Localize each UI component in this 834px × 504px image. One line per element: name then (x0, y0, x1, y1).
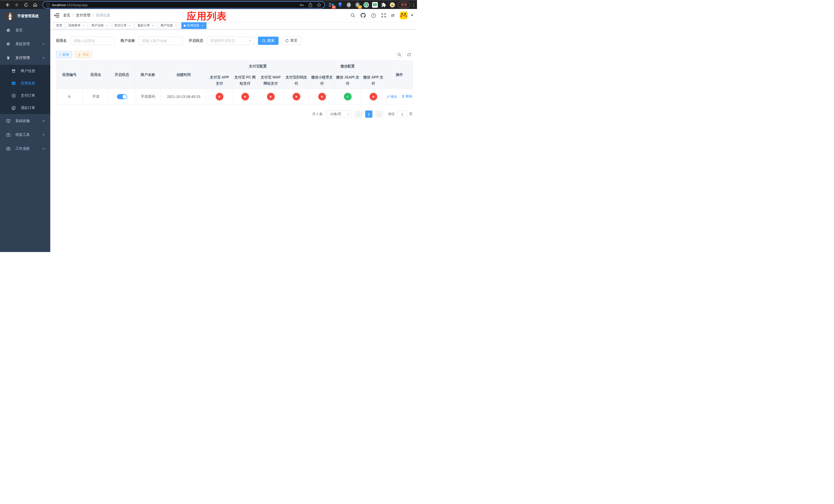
cell-status (109, 89, 135, 104)
tag-refund-orders[interactable]: 退款订单× (135, 22, 157, 29)
plus-icon: + (59, 53, 61, 56)
close-icon[interactable]: × (174, 24, 178, 27)
back-icon[interactable] (4, 1, 11, 8)
help-icon[interactable]: ? (371, 13, 376, 18)
sidebar-item-label: 退款订单 (21, 106, 35, 110)
merchant-name-input[interactable] (138, 37, 183, 45)
sidebar-collapse-icon[interactable] (54, 13, 59, 18)
breadcrumb: 首页 / 支付管理 / 应用信息 (63, 13, 110, 18)
prev-page-button[interactable]: ‹ (355, 111, 362, 118)
avatar-caret-icon[interactable] (411, 15, 413, 16)
site-info-icon[interactable]: i (46, 3, 50, 7)
tag-merchant-info[interactable]: 商户信息× (158, 22, 180, 29)
status-toggle[interactable] (117, 94, 127, 99)
cell-app-id: 6 (56, 89, 83, 104)
close-icon[interactable]: × (201, 24, 204, 27)
shop-icon (11, 69, 16, 73)
chrome-update-button[interactable]: 更新 (398, 2, 410, 8)
sidebar-item-dev-tools[interactable]: 研发工具 (0, 128, 50, 142)
search-button[interactable]: 搜索 (258, 37, 279, 45)
status-cross-icon: × (216, 93, 223, 100)
sidebar-item-label: 应用信息 (21, 81, 35, 86)
user-avatar[interactable] (400, 12, 408, 19)
group-wechat-config: 微信配置 (309, 61, 386, 72)
fullscreen-icon[interactable] (381, 13, 386, 18)
svg-text:⌘: ⌘ (347, 3, 351, 7)
share-icon[interactable] (308, 3, 313, 7)
current-page-button[interactable]: 1 (365, 111, 372, 118)
password-key-icon[interactable] (299, 3, 304, 7)
sidebar-item-merchant-info[interactable]: 商户信息 (0, 65, 50, 77)
col-operations: 操作 (386, 61, 413, 89)
home-icon[interactable] (31, 1, 39, 8)
bookmark-star-icon[interactable] (317, 3, 321, 7)
text-size-icon[interactable]: tT (391, 13, 394, 18)
add-button[interactable]: + 新增 (56, 51, 72, 58)
col-alipay-pc: 支付宝 PC 网站支付 (232, 72, 258, 89)
github-icon[interactable] (360, 13, 366, 18)
sidebar-item-payment-orders[interactable]: 支付订单 (0, 90, 50, 102)
sidebar-item-label: 工作流程 (15, 146, 30, 151)
sidebar-item-workflow[interactable]: 工作流程 (0, 142, 50, 156)
sidebar-item-app-info[interactable]: 应用信息 (0, 77, 50, 90)
document-icon (11, 106, 16, 110)
sidebar-item-system[interactable]: 系统管理 (0, 37, 50, 51)
extension-tabs-icon[interactable]: 10 (329, 2, 334, 8)
extension-command-icon[interactable]: ⌘ (346, 2, 352, 8)
col-alipay-qr: 支付宝扫码支付 (284, 72, 309, 89)
chevron-down-icon (42, 43, 45, 45)
reload-icon[interactable] (22, 1, 30, 8)
sidebar-item-home[interactable]: 首页 (0, 23, 50, 37)
sidebar-item-label: 支付订单 (21, 93, 35, 98)
browser-menu-icon[interactable] (413, 3, 414, 7)
extension-balloon-icon[interactable] (337, 2, 343, 8)
tag-home[interactable]: 首页 (54, 22, 65, 29)
goto-prefix: 前往 (388, 112, 395, 116)
close-icon[interactable]: × (128, 24, 132, 27)
app-table: 应用编号 应用名 开启状态 商户名称 创建时间 支付宝配置 微信配置 操作 支付… (56, 60, 413, 104)
group-alipay-config: 支付宝配置 (207, 61, 309, 72)
edit-link[interactable]: 修改 (387, 94, 397, 99)
address-bar[interactable]: i localhost:1024/pay/app (43, 1, 325, 8)
export-button[interactable]: 导出 (74, 51, 92, 58)
tag-app-info[interactable]: 应用信息× (181, 22, 206, 29)
close-icon[interactable]: × (105, 24, 109, 27)
refresh-table-button[interactable] (405, 51, 413, 58)
reset-button[interactable]: 重置 (281, 37, 302, 45)
sidebar-item-infrastructure[interactable]: 基础设施 (0, 114, 50, 128)
header-search-icon[interactable] (351, 13, 355, 18)
goto-page-input[interactable] (397, 111, 407, 118)
breadcrumb-payment[interactable]: 支付管理 (76, 13, 90, 18)
delete-link[interactable]: 删除 (402, 94, 412, 99)
profile-avatar-emoji[interactable] (390, 2, 395, 8)
extension-y-icon[interactable]: y (364, 2, 369, 8)
tag-process-form[interactable]: 流程表单× (66, 22, 88, 29)
col-merchant: 商户名称 (135, 61, 161, 89)
next-page-button[interactable]: › (375, 111, 382, 118)
tag-user-group[interactable]: 用户分组× (89, 22, 111, 29)
app-logo[interactable]: 芋道管理系统 (0, 9, 50, 23)
app-title: 芋道管理系统 (17, 14, 39, 19)
extension-recorder-icon[interactable]: 1 (355, 2, 360, 8)
extension-chat-icon[interactable] (372, 2, 378, 8)
close-icon[interactable]: × (82, 24, 85, 27)
close-icon[interactable]: × (151, 24, 155, 27)
tag-payment-orders[interactable]: 支付订单× (112, 22, 134, 29)
status-select[interactable]: 请选择开启状态 (207, 37, 255, 45)
gear-icon (6, 42, 10, 46)
col-app-name: 应用名 (83, 61, 109, 89)
app-name-input[interactable] (70, 37, 115, 45)
sidebar-item-refund-orders[interactable]: 退款订单 (0, 102, 50, 114)
pagination: 共 1 条 10条/页 ‹ 1 › 前往 页 (56, 111, 413, 118)
url-text[interactable]: localhost:1024/pay/app (52, 3, 299, 7)
page-content: 应用名 商户名称 开启状态 请选择开启状态 搜索 重置 (50, 29, 417, 252)
sidebar-item-label: 研发工具 (15, 133, 30, 137)
col-wechat-jsapi: 微信 JSAPI 支付 (335, 72, 360, 89)
extensions-puzzle-icon[interactable] (381, 2, 387, 8)
breadcrumb-home[interactable]: 首页 (63, 13, 70, 18)
page-size-select[interactable]: 10条/页 (326, 111, 352, 118)
toggle-search-button[interactable] (396, 51, 403, 58)
status-label: 开启状态 (189, 39, 203, 43)
sidebar-item-payment[interactable]: ¥ 支付管理 (0, 51, 50, 65)
forward-icon[interactable] (13, 1, 21, 8)
